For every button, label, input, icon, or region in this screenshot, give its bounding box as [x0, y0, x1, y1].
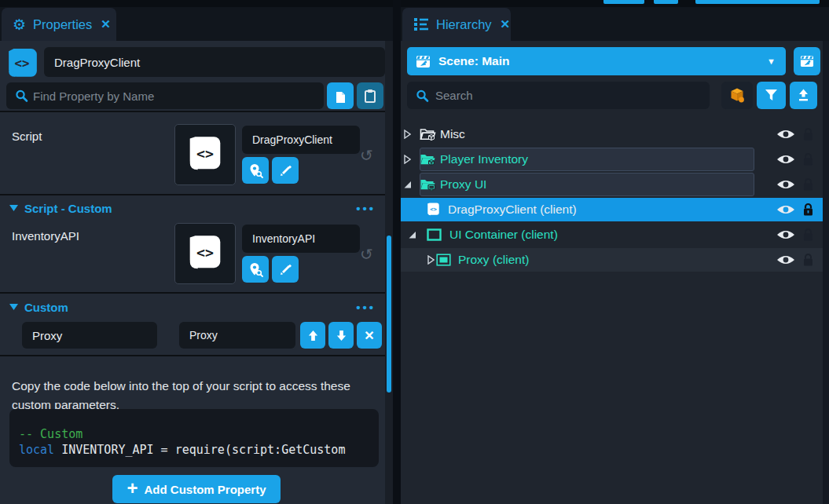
- script-value-field[interactable]: [242, 126, 360, 154]
- section-collapse-icon[interactable]: [9, 205, 18, 211]
- tree-row-proxy[interactable]: Proxy (client): [401, 248, 823, 272]
- close-icon[interactable]: ✕: [101, 17, 111, 31]
- hierarchy-search-input[interactable]: [407, 82, 710, 109]
- section-script-custom[interactable]: Script - Custom •••: [0, 199, 385, 217]
- visibility-eye-icon[interactable]: [776, 179, 795, 191]
- properties-scrollbar-track[interactable]: [385, 41, 393, 504]
- add-custom-property-label: Add Custom Property: [145, 483, 266, 496]
- chevron-down-icon: ▼: [767, 57, 776, 66]
- properties-panel: ⚙ Properties ✕ <>: [0, 0, 393, 504]
- divider: [0, 355, 385, 356]
- scene-selector[interactable]: Scene: Main ▼: [407, 47, 786, 75]
- find-property-field[interactable]: [6, 82, 324, 109]
- pin-search-icon: [248, 163, 263, 178]
- section-collapse-icon[interactable]: [9, 304, 18, 310]
- divider: [0, 292, 385, 294]
- paste-properties-button[interactable]: [357, 82, 383, 109]
- tree-item-label[interactable]: Proxy UI: [440, 177, 486, 192]
- networked-folder-screen-icon: [420, 177, 436, 192]
- add-custom-property-button[interactable]: + Add Custom Property: [112, 475, 281, 503]
- custom-param-name-input[interactable]: [22, 322, 157, 349]
- tree-row-player-inventory[interactable]: Player Inventory: [401, 148, 823, 171]
- find-script-asset-button[interactable]: [242, 157, 269, 184]
- tab-properties[interactable]: ⚙ Properties ✕: [2, 8, 116, 41]
- visibility-eye-icon[interactable]: [776, 154, 795, 166]
- close-icon[interactable]: ✕: [501, 17, 511, 31]
- edit-inventory-script-button[interactable]: [272, 256, 299, 283]
- collapse-export-button[interactable]: [790, 82, 817, 109]
- script-asset-thumbnail[interactable]: <>: [174, 124, 236, 185]
- filter-button[interactable]: [757, 82, 786, 109]
- collapse-caret-icon[interactable]: [403, 181, 412, 189]
- lock-icon[interactable]: [802, 178, 814, 192]
- object-name-input[interactable]: [44, 47, 385, 77]
- move-param-up-button[interactable]: [300, 322, 325, 349]
- section-custom[interactable]: Custom •••: [0, 298, 385, 316]
- clipped-toolbar-button[interactable]: [695, 0, 820, 4]
- custom-param-value-input[interactable]: [179, 322, 295, 349]
- collapse-caret-icon[interactable]: [408, 231, 416, 239]
- lock-icon[interactable]: [802, 128, 814, 141]
- tree-row-proxy-ui[interactable]: Proxy UI: [401, 173, 823, 196]
- section-menu-icon[interactable]: •••: [356, 202, 376, 215]
- section-menu-icon[interactable]: •••: [356, 301, 376, 314]
- object-name-field[interactable]: [44, 47, 385, 77]
- edit-script-button[interactable]: [272, 157, 299, 184]
- search-icon: [15, 89, 28, 103]
- lock-icon[interactable]: [802, 203, 814, 217]
- reset-property-icon[interactable]: ↺: [360, 146, 373, 165]
- tree-item-label[interactable]: Player Inventory: [440, 152, 528, 166]
- divider: [0, 194, 385, 195]
- delete-param-button[interactable]: ✕: [357, 322, 382, 349]
- tab-hierarchy[interactable]: Hierarchy ✕: [402, 8, 511, 41]
- section-title: Script - Custom: [24, 202, 112, 215]
- inventory-row-label: InventoryAPI: [12, 229, 79, 243]
- copy-properties-button[interactable]: [327, 82, 354, 109]
- move-param-down-button[interactable]: [328, 322, 354, 349]
- arrow-down-icon: [336, 330, 347, 341]
- networked-filter-button[interactable]: [721, 82, 753, 109]
- section-title: Custom: [24, 301, 68, 314]
- code-text: INVENTORY_API = require(script:GetCustom: [54, 443, 345, 457]
- visibility-eye-icon[interactable]: [776, 129, 795, 141]
- visibility-eye-icon[interactable]: [776, 204, 795, 216]
- properties-scrollbar-thumb[interactable]: [387, 236, 391, 393]
- lock-icon[interactable]: [802, 153, 814, 166]
- tree-row-dragproxyclient[interactable]: <> DragProxyClient (client): [401, 198, 823, 221]
- tab-properties-label: Properties: [33, 17, 92, 32]
- hierarchy-search-field[interactable]: [407, 82, 710, 109]
- expand-caret-icon[interactable]: [404, 130, 411, 139]
- custom-param-value-field[interactable]: [179, 322, 295, 349]
- tree-item-label[interactable]: UI Container (client): [449, 228, 558, 242]
- tree-row-ui-container[interactable]: UI Container (client): [401, 223, 823, 247]
- tree-item-label[interactable]: DragProxyClient (client): [448, 203, 577, 217]
- expand-caret-icon[interactable]: [404, 155, 411, 164]
- lock-icon[interactable]: [802, 228, 814, 242]
- visibility-eye-icon[interactable]: [776, 254, 795, 266]
- x-icon: ✕: [364, 328, 374, 343]
- script-value-input[interactable]: [242, 126, 360, 154]
- hierarchy-panel: Hierarchy ✕ S: [401, 0, 829, 504]
- inventory-asset-thumbnail[interactable]: <>: [174, 223, 236, 284]
- lock-icon[interactable]: [802, 254, 814, 267]
- find-inventory-asset-button[interactable]: [242, 256, 269, 283]
- tree-item-label[interactable]: Misc: [440, 127, 465, 141]
- ui-control-icon: [436, 254, 451, 266]
- expand-caret-icon[interactable]: [427, 255, 435, 265]
- arrow-up-icon: [307, 330, 319, 341]
- clipboard-icon: [364, 89, 376, 104]
- inventory-value-field[interactable]: [242, 225, 360, 253]
- tree-item-label[interactable]: Proxy (client): [458, 253, 529, 267]
- tree-row-misc[interactable]: Misc: [401, 122, 823, 146]
- properties-body: <>: [0, 41, 393, 504]
- reset-property-icon[interactable]: ↺: [360, 245, 373, 264]
- clipped-toolbar-button[interactable]: [654, 0, 678, 4]
- find-property-input[interactable]: [6, 82, 324, 109]
- code-keyword: local: [19, 443, 54, 457]
- inventory-value-input[interactable]: [242, 225, 360, 253]
- custom-param-name-field[interactable]: [22, 322, 157, 349]
- clipped-toolbar-button[interactable]: [603, 0, 644, 4]
- visibility-eye-icon[interactable]: [776, 229, 795, 241]
- properties-tabbar: ⚙ Properties ✕: [0, 0, 393, 41]
- scene-manager-button[interactable]: [794, 47, 820, 75]
